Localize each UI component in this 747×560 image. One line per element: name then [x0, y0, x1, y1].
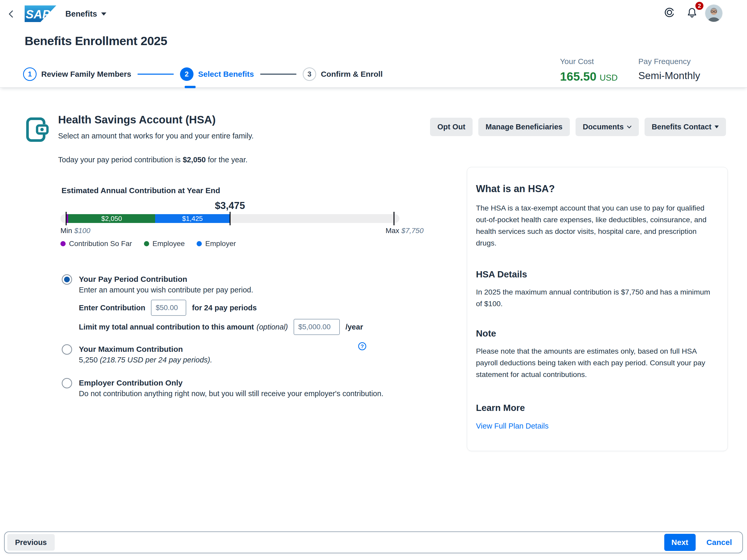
legend-item-employer: Employer: [197, 240, 236, 248]
bar-tick: [66, 212, 67, 225]
step-2-circle[interactable]: 2: [180, 68, 194, 81]
contribution-options: Your Pay Period Contribution Enter an am…: [62, 274, 399, 398]
chart-min-max-row: Min$100 Max$7,750: [60, 226, 423, 235]
option-label: Your Pay Period Contribution: [79, 274, 363, 284]
plan-actions: Opt Out Manage Beneficiaries Documents B…: [430, 118, 726, 136]
radio-pay-period-contribution[interactable]: [62, 274, 72, 285]
benefits-contact-menu-button[interactable]: Benefits Contact: [645, 118, 726, 136]
step-connector: [260, 74, 297, 75]
your-cost-label: Your Cost: [560, 57, 618, 66]
pay-frequency-block: Pay Frequency Semi-Monthly: [638, 57, 700, 81]
today-amount: $2,050: [183, 156, 206, 164]
caret-down-icon: [101, 12, 106, 16]
contribution-amount-input[interactable]: [151, 300, 186, 316]
step-connector: [137, 74, 174, 75]
info-card-intro: The HSA is a tax-exempt account that you…: [476, 202, 713, 249]
view-full-plan-details-link[interactable]: View Full Plan Details: [476, 422, 548, 430]
legend-item-employee: Employee: [144, 240, 185, 248]
chevron-down-icon: [627, 126, 632, 129]
optional-hint: (optional): [257, 323, 288, 331]
learn-more-heading: Learn More: [476, 403, 713, 413]
chart-min-label: Min$100: [60, 226, 90, 235]
bar-segment-employer: $1,425: [155, 214, 230, 223]
page-header: Benefits Enrollment 2025 1 Review Family…: [0, 28, 747, 88]
pay-frequency-value: Semi-Monthly: [638, 70, 700, 81]
bar-segment-employee: $2,050: [68, 214, 155, 223]
step-2-label[interactable]: Select Benefits: [198, 70, 254, 79]
option-label: Employer Contribution Only: [79, 378, 383, 388]
opt-out-button[interactable]: Opt Out: [430, 118, 472, 136]
option-description: 5,250 (218.75 USD per 24 pay periods).: [79, 355, 212, 365]
limit-annual-label: Limit my total annual contribution to th…: [79, 323, 254, 331]
legend-dot: [197, 241, 202, 246]
help-icon[interactable]: ?: [358, 342, 366, 350]
info-card-title: What is an HSA?: [476, 183, 713, 194]
active-step-indicator: [185, 86, 196, 88]
svg-text:SAP: SAP: [26, 7, 50, 21]
radio-employer-contribution-only[interactable]: [62, 378, 72, 389]
wizard-steps: 1 Review Family Members 2 Select Benefit…: [23, 68, 383, 81]
legend-item-contribution-so-far: Contribution So Far: [60, 240, 132, 248]
cancel-button[interactable]: Cancel: [706, 538, 732, 547]
product-title: Benefits: [66, 9, 97, 19]
chart-legend: Contribution So FarEmployeeEmployer: [60, 240, 236, 248]
radio-maximum-contribution[interactable]: [62, 344, 72, 355]
footer-action-bar: Previous Next Cancel: [4, 532, 743, 553]
previous-button[interactable]: Previous: [7, 534, 55, 551]
product-switcher[interactable]: Benefits: [66, 9, 106, 19]
step-3-label[interactable]: Confirm & Enroll: [321, 70, 383, 79]
chart-total-value: $3,475: [215, 200, 245, 211]
back-icon[interactable]: [7, 10, 15, 18]
step-3-circle[interactable]: 3: [303, 68, 316, 81]
hsa-info-card: What is an HSA? The HSA is a tax-exempt …: [467, 167, 728, 451]
option-label: Your Maximum Contribution: [79, 344, 212, 354]
caret-down-filled-icon: [715, 126, 719, 128]
pay-frequency-label: Pay Frequency: [638, 57, 700, 66]
option-description: Enter an amount you wish contribute per …: [79, 285, 363, 295]
chart-title: Estimated Annual Contribution at Year En…: [61, 186, 400, 195]
benefits-enrollment-page: SAP Benefits 2: [0, 0, 747, 560]
legend-dot: [144, 241, 149, 246]
user-avatar[interactable]: [705, 4, 723, 22]
option-employer-contribution-only: Employer Contribution Only Do not contri…: [62, 378, 399, 398]
bar-tick: [393, 212, 394, 225]
step-1-circle[interactable]: 1: [23, 68, 36, 81]
bar-tick: [230, 212, 231, 225]
enter-contribution-label: Enter Contribution: [79, 303, 145, 312]
plan-subtitle: Select an amount that works for you and …: [58, 132, 254, 140]
option-description: Do not contribution anything right now, …: [79, 389, 383, 398]
today-contribution-line: Today your pay period contribution is $2…: [58, 156, 248, 164]
hsa-details-body: In 2025 the maximum annual contribution …: [476, 286, 713, 310]
hsa-wallet-icon: [26, 117, 49, 142]
documents-menu-button[interactable]: Documents: [575, 118, 639, 136]
legend-dot: [60, 241, 66, 246]
pay-periods-suffix: for 24 pay periods: [192, 303, 257, 312]
note-heading: Note: [476, 328, 713, 339]
notification-count-badge: 2: [695, 1, 704, 10]
your-cost-currency: USD: [600, 73, 618, 83]
page-title: Benefits Enrollment 2025: [25, 34, 167, 48]
step-1-label[interactable]: Review Family Members: [41, 70, 131, 79]
contribution-chart: Estimated Annual Contribution at Year En…: [60, 186, 400, 195]
top-bar: SAP Benefits 2: [0, 0, 747, 28]
note-body: Please note that the amounts are estimat…: [476, 345, 713, 380]
manage-beneficiaries-button[interactable]: Manage Beneficiaries: [478, 118, 570, 136]
plan-title: Health Savings Account (HSA): [58, 113, 216, 126]
hsa-details-heading: HSA Details: [476, 269, 713, 279]
assistant-icon[interactable]: [664, 7, 675, 18]
option-pay-period-contribution: Your Pay Period Contribution Enter an am…: [62, 274, 399, 336]
annual-limit-input[interactable]: [293, 319, 340, 335]
option-maximum-contribution: Your Maximum Contribution 5,250 (218.75 …: [62, 344, 399, 365]
sap-logo: SAP: [25, 5, 56, 22]
per-year-suffix: /year: [345, 323, 363, 331]
your-cost-block: Your Cost 165.50 USD: [560, 57, 618, 83]
your-cost-value: 165.50: [560, 70, 597, 83]
contribution-slider-track[interactable]: $2,050$1,425: [60, 214, 400, 223]
next-button[interactable]: Next: [664, 534, 696, 551]
chart-max-label: Max$7,750: [385, 226, 423, 235]
